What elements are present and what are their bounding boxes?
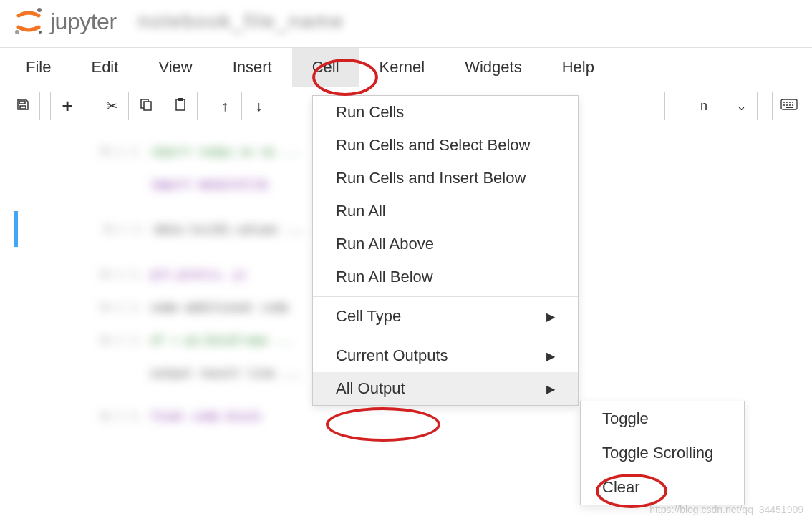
plus-icon: +: [62, 95, 72, 117]
svg-point-15: [792, 104, 793, 106]
menu-help[interactable]: Help: [542, 48, 614, 87]
add-cell-button[interactable]: +: [50, 92, 84, 120]
cut-button[interactable]: ✂: [95, 92, 129, 120]
svg-rect-5: [176, 99, 185, 110]
menu-kernel[interactable]: Kernel: [359, 48, 445, 87]
move-down-button[interactable]: ↓: [242, 92, 276, 120]
scissors-icon: ✂: [106, 97, 118, 115]
menu-file[interactable]: File: [6, 48, 71, 87]
submenu-toggle-scrolling[interactable]: Toggle Scrolling: [581, 436, 744, 470]
save-button[interactable]: [6, 92, 40, 120]
submenu-arrow-icon: ▶: [546, 349, 555, 363]
menu-cell-type[interactable]: Cell Type ▶: [313, 300, 578, 333]
notebook-name[interactable]: notebook_file_name: [138, 10, 344, 33]
svg-point-14: [789, 104, 791, 106]
submenu-arrow-icon: ▶: [546, 382, 555, 396]
all-output-submenu: Toggle Toggle Scrolling Clear: [580, 401, 745, 505]
menubar: File Edit View Insert Cell Kernel Widget…: [0, 47, 812, 87]
menu-all-output[interactable]: All Output ▶: [313, 372, 578, 405]
submenu-toggle[interactable]: Toggle: [581, 401, 744, 436]
menu-run-all-below[interactable]: Run All Below: [313, 260, 578, 293]
menu-widgets[interactable]: Widgets: [445, 48, 541, 87]
paste-icon: [173, 97, 188, 115]
menu-run-cells-select-below[interactable]: Run Cells and Select Below: [313, 129, 578, 162]
menu-run-cells[interactable]: Run Cells: [313, 96, 578, 129]
svg-point-12: [783, 104, 785, 106]
svg-rect-4: [144, 102, 151, 110]
svg-point-9: [786, 102, 788, 103]
save-icon: [16, 97, 30, 115]
jupyter-logo-icon: [13, 6, 44, 37]
menu-edit[interactable]: Edit: [71, 48, 138, 87]
arrow-up-icon: ↑: [221, 98, 228, 115]
command-palette-button[interactable]: [772, 92, 806, 120]
menu-separator: [313, 296, 578, 297]
chevron-down-icon: ⌄: [736, 98, 747, 114]
svg-rect-16: [786, 107, 793, 108]
paste-button[interactable]: [163, 92, 198, 120]
svg-point-8: [783, 102, 785, 103]
move-up-button[interactable]: ↑: [208, 92, 242, 120]
copy-icon: [139, 97, 153, 115]
cell-type-select[interactable]: n ⌄: [664, 92, 758, 120]
svg-point-2: [39, 31, 42, 34]
cell-menu-dropdown: Run Cells Run Cells and Select Below Run…: [312, 95, 579, 406]
svg-point-13: [786, 104, 788, 106]
submenu-clear[interactable]: Clear: [581, 470, 744, 505]
menu-run-all[interactable]: Run All: [313, 195, 578, 228]
submenu-arrow-icon: ▶: [546, 310, 555, 323]
jupyter-logo-text: jupyter: [50, 9, 117, 35]
svg-point-1: [15, 30, 19, 34]
svg-point-11: [792, 102, 793, 103]
menu-cell[interactable]: Cell: [292, 48, 359, 87]
svg-rect-6: [178, 98, 183, 101]
menu-view[interactable]: View: [138, 48, 212, 87]
copy-button[interactable]: [129, 92, 163, 120]
header: jupyter notebook_file_name: [0, 0, 812, 47]
menu-run-all-above[interactable]: Run All Above: [313, 228, 578, 260]
watermark: https://blog.csdn.net/qq_34451909: [649, 504, 803, 515]
svg-point-10: [789, 102, 791, 103]
menu-current-outputs[interactable]: Current Outputs ▶: [313, 339, 578, 372]
svg-point-0: [37, 8, 42, 12]
cell-type-text: n: [700, 99, 707, 114]
arrow-down-icon: ↓: [256, 98, 263, 115]
jupyter-logo: jupyter: [13, 6, 117, 37]
menu-insert[interactable]: Insert: [213, 48, 292, 87]
menu-run-cells-insert-below[interactable]: Run Cells and Insert Below: [313, 162, 578, 195]
menu-separator: [313, 336, 578, 336]
keyboard-icon: [780, 99, 798, 113]
